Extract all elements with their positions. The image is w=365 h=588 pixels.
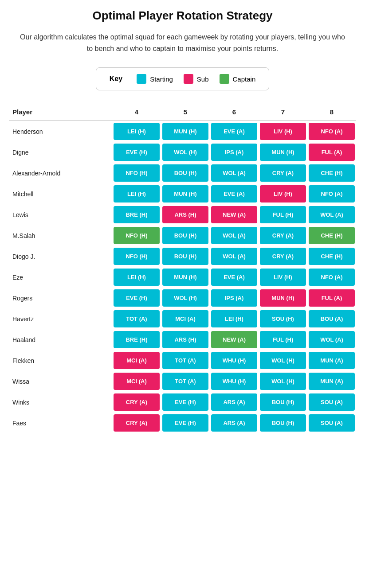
cell-badge: MUN (H) — [162, 185, 208, 202]
cell-r11-gw1: TOT (A) — [161, 350, 210, 371]
cell-badge: EVE (A) — [211, 185, 257, 202]
captain-swatch — [220, 74, 229, 84]
cell-r5-gw1: BOU (H) — [161, 225, 210, 246]
player-name: Alexander-Arnold — [9, 163, 112, 183]
rotation-table: Player 4 5 6 7 8 HendersonLEI (H)MUN (H)… — [9, 104, 356, 433]
cell-badge: EVE (H) — [162, 393, 208, 411]
starting-label: Starting — [150, 75, 173, 83]
cell-badge: TOT (A) — [162, 352, 208, 369]
gw6-header: 6 — [210, 104, 259, 121]
cell-r4-gw1: ARS (H) — [161, 204, 210, 225]
gw7-header: 7 — [259, 104, 307, 121]
cell-badge: EVE (H) — [114, 289, 160, 307]
cell-r1-gw1: WOL (H) — [161, 142, 210, 163]
cell-badge: LEI (H) — [211, 310, 257, 327]
cell-r11-gw0: MCI (A) — [112, 350, 161, 371]
cell-badge: BOU (H) — [260, 393, 306, 411]
cell-r4-gw2: NEW (A) — [210, 204, 259, 225]
cell-badge: ARS (H) — [162, 206, 208, 223]
player-name: Lewis — [9, 204, 112, 225]
cell-badge: ARS (A) — [211, 414, 257, 432]
cell-r7-gw2: EVE (A) — [210, 267, 259, 288]
player-name: Faes — [9, 413, 112, 433]
cell-badge: FUL (H) — [260, 331, 306, 348]
table-row: Diogo J.NFO (H)BOU (H)WOL (A)CRY (A)CHE … — [9, 246, 356, 267]
cell-r2-gw3: CRY (A) — [259, 163, 307, 183]
cell-r7-gw0: LEI (H) — [112, 267, 161, 288]
gw5-header: 5 — [161, 104, 210, 121]
cell-r1-gw0: EVE (H) — [112, 142, 161, 163]
cell-badge: WOL (H) — [162, 144, 208, 161]
key-label: Key — [110, 75, 122, 83]
cell-r8-gw4: FUL (A) — [307, 288, 356, 308]
player-name: Flekken — [9, 350, 112, 371]
cell-r2-gw2: WOL (A) — [210, 163, 259, 183]
player-name: M.Salah — [9, 225, 112, 246]
cell-badge: NFO (H) — [114, 164, 160, 182]
cell-r10-gw4: WOL (A) — [307, 329, 356, 350]
cell-r0-gw4: NFO (A) — [307, 121, 356, 142]
cell-r4-gw4: WOL (A) — [307, 204, 356, 225]
table-row: FaesCRY (A)EVE (H)ARS (A)BOU (H)SOU (A) — [9, 413, 356, 433]
cell-badge: NFO (A) — [309, 185, 355, 202]
cell-badge: WOL (H) — [260, 373, 306, 390]
cell-badge: BRE (H) — [114, 331, 160, 348]
table-row: HaalandBRE (H)ARS (H)NEW (A)FUL (H)WOL (… — [9, 329, 356, 350]
key-starting: Starting — [137, 74, 173, 84]
cell-r3-gw0: LEI (H) — [112, 183, 161, 204]
cell-badge: NFO (A) — [309, 123, 355, 140]
cell-r5-gw4: CHE (H) — [307, 225, 356, 246]
table-row: MitchellLEI (H)MUN (H)EVE (A)LIV (H)NFO … — [9, 183, 356, 204]
cell-badge: IPS (A) — [211, 144, 257, 161]
cell-r9-gw4: BOU (A) — [307, 308, 356, 329]
cell-r8-gw0: EVE (H) — [112, 288, 161, 308]
cell-r5-gw0: NFO (H) — [112, 225, 161, 246]
cell-r12-gw3: WOL (H) — [259, 371, 307, 392]
cell-badge: LEI (H) — [114, 269, 160, 286]
table-row: EzeLEI (H)MUN (H)EVE (A)LIV (H)NFO (A) — [9, 267, 356, 288]
legend: Key Starting Sub Captain — [96, 67, 269, 90]
cell-badge: CRY (A) — [114, 414, 160, 432]
cell-r9-gw0: TOT (A) — [112, 308, 161, 329]
captain-label: Captain — [233, 75, 256, 83]
cell-r13-gw0: CRY (A) — [112, 392, 161, 413]
cell-r12-gw4: MUN (A) — [307, 371, 356, 392]
table-row: M.SalahNFO (H)BOU (H)WOL (A)CRY (A)CHE (… — [9, 225, 356, 246]
cell-r6-gw1: BOU (H) — [161, 246, 210, 267]
cell-r0-gw0: LEI (H) — [112, 121, 161, 142]
cell-badge: MUN (H) — [162, 123, 208, 140]
player-name: Henderson — [9, 121, 112, 142]
cell-r6-gw2: WOL (A) — [210, 246, 259, 267]
table-row: WissaMCI (A)TOT (A)WHU (H)WOL (H)MUN (A) — [9, 371, 356, 392]
cell-badge: EVE (A) — [211, 269, 257, 286]
cell-badge: LEI (H) — [114, 185, 160, 202]
cell-badge: BRE (H) — [114, 206, 160, 223]
cell-r0-gw1: MUN (H) — [161, 121, 210, 142]
cell-badge: EVE (H) — [114, 144, 160, 161]
cell-badge: MCI (A) — [114, 373, 160, 390]
player-name: Mitchell — [9, 183, 112, 204]
cell-r1-gw2: IPS (A) — [210, 142, 259, 163]
cell-badge: BOU (H) — [162, 227, 208, 244]
player-name: Haaland — [9, 329, 112, 350]
cell-badge: WOL (A) — [309, 331, 355, 348]
cell-badge: LEI (H) — [114, 123, 160, 140]
cell-r10-gw3: FUL (H) — [259, 329, 307, 350]
cell-r13-gw1: EVE (H) — [161, 392, 210, 413]
key-sub: Sub — [184, 74, 209, 84]
table-row: HendersonLEI (H)MUN (H)EVE (A)LIV (H)NFO… — [9, 121, 356, 142]
player-col-header: Player — [9, 104, 112, 121]
player-name: Rogers — [9, 288, 112, 308]
cell-r14-gw3: BOU (H) — [259, 413, 307, 433]
gw4-header: 4 — [112, 104, 161, 121]
cell-badge: WOL (A) — [211, 164, 257, 182]
cell-badge: MUN (A) — [309, 373, 355, 390]
cell-r5-gw2: WOL (A) — [210, 225, 259, 246]
cell-badge: CRY (A) — [260, 227, 306, 244]
cell-badge: MUN (H) — [162, 269, 208, 286]
cell-badge: FUL (A) — [309, 144, 355, 161]
cell-badge: TOT (A) — [162, 373, 208, 390]
table-row: FlekkenMCI (A)TOT (A)WHU (H)WOL (H)MUN (… — [9, 350, 356, 371]
cell-r13-gw2: ARS (A) — [210, 392, 259, 413]
cell-badge: MUN (H) — [260, 289, 306, 307]
